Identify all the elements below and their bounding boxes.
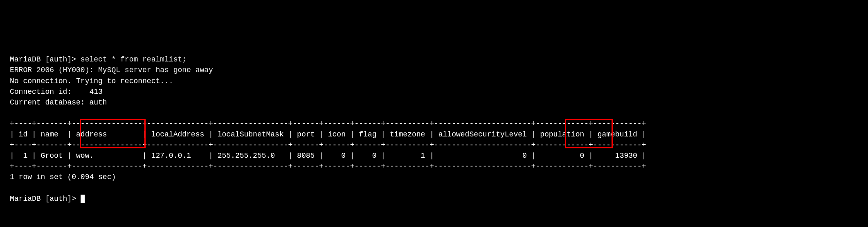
table-header: | id | name | address | localAddress | l… [10,130,646,138]
cursor[interactable] [81,195,85,203]
error-message: ERROR 2006 (HY000): MySQL server has gon… [10,66,213,74]
reconnect-message: No connection. Trying to reconnect... [10,77,173,85]
table-border-mid: +----+-------+----------------+---------… [10,141,646,149]
current-database-value: auth [89,98,107,107]
connection-id-label: Connection id: [10,88,89,96]
sql-query: select * from realmlist; [81,55,187,64]
connection-id-value: 413 [89,88,102,96]
result-summary: 1 row in set (0.094 sec) [10,173,116,181]
table-border-top: +----+-------+----------------+---------… [10,120,646,128]
table-border-bottom: +----+-------+----------------+---------… [10,162,646,170]
mariadb-prompt: MariaDB [auth]> [10,55,81,64]
mariadb-prompt-end[interactable]: MariaDB [auth]> [10,195,81,203]
current-database-label: Current database: [10,98,89,107]
terminal-output: MariaDB [auth]> select * from realmlist;… [10,54,858,225]
table-row: | 1 | Groot | wow. | 127.0.0.1 | 255.255… [10,152,646,160]
